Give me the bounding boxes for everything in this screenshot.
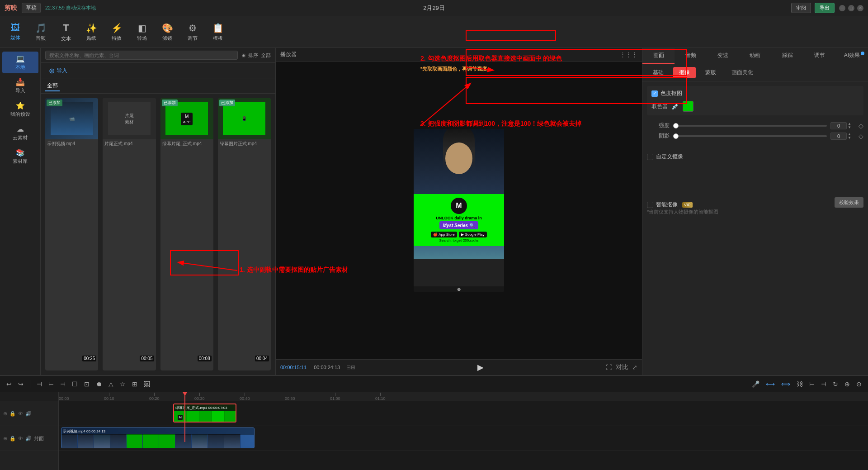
align-out-button[interactable]: ⊣ — [819, 380, 828, 389]
snap-button[interactable]: ⊕ — [843, 380, 852, 389]
split-button[interactable]: ⊣ — [35, 380, 44, 389]
cloud-label: 云素材 — [13, 134, 28, 141]
track-add-main[interactable]: ⊕ — [3, 435, 8, 442]
track-audio-sub[interactable]: 🔊 — [25, 410, 32, 417]
toolbar-adjust[interactable]: ⚙ 调节 — [181, 20, 204, 44]
zoom-button[interactable]: ⤢ — [632, 364, 637, 371]
subtab-basic[interactable]: 基础 — [647, 67, 670, 78]
shadow-keyframe[interactable]: ◇ — [859, 133, 863, 140]
strength-input[interactable]: 0 — [830, 122, 847, 129]
track-lock-sub[interactable]: 🔒 — [9, 410, 16, 417]
shadow-input[interactable]: 0 — [830, 133, 847, 140]
strength-slider-thumb[interactable] — [673, 123, 679, 128]
align-in-button[interactable]: ⊢ — [807, 380, 816, 389]
media-item-0[interactable]: 📹 已添加 00:25 示例视频.mp4 — [45, 98, 98, 370]
tab-grade[interactable]: 调节 — [803, 48, 835, 64]
preview-menu-button[interactable]: ⋮⋮⋮ — [620, 51, 637, 58]
toolbar-filter[interactable]: 🎨 滤镜 — [156, 20, 179, 44]
track-eye-main[interactable]: 👁 — [18, 435, 24, 442]
custom-matting-label[interactable]: 自定义抠像 — [647, 153, 683, 161]
subtab-mask[interactable]: 蒙版 — [699, 67, 722, 78]
eyedropper-button[interactable]: 💉 — [671, 103, 679, 110]
toolbar-text[interactable]: T 文本 — [54, 19, 78, 45]
color-swatch[interactable] — [683, 101, 693, 112]
mic-button[interactable]: 🎤 — [750, 380, 761, 389]
clip-main-0[interactable]: 示例视频.mp4 00:00:24:13 — [61, 427, 255, 448]
portrait-matting-label[interactable]: 智能抠像 VIP — [647, 201, 693, 209]
tab-stabilize[interactable]: 踩踪 — [771, 48, 803, 64]
chroma-key-header: ✓ 色度抠图 — [651, 90, 859, 97]
media-item-3[interactable]: 📱 已添加 00:04 绿幕图片正式.mp4 — [218, 98, 271, 370]
compare-button[interactable]: 对比 — [616, 363, 628, 371]
import-button[interactable]: ⊕ 导入 — [45, 65, 71, 77]
shadow-down[interactable]: ▼ — [848, 136, 851, 140]
mark-button[interactable]: △ — [107, 380, 115, 389]
play-button[interactable]: ▶ — [477, 362, 484, 372]
toolbar-effects[interactable]: ⚡ 特效 — [105, 20, 128, 44]
tab-all[interactable]: 全部 — [45, 81, 60, 91]
image-button[interactable]: 🖼 — [142, 380, 152, 389]
track-add-sub[interactable]: ⊕ — [3, 410, 8, 417]
fullscreen-button[interactable]: ⛶ — [606, 364, 612, 371]
track-lock-main[interactable]: 🔒 — [9, 435, 16, 442]
toolbar-sticker[interactable]: ✨ 贴纸 — [80, 20, 103, 44]
chroma-key-checkbox[interactable]: ✓ — [651, 90, 658, 97]
subtab-beauty[interactable]: 画面美化 — [726, 67, 759, 78]
all-filter-button[interactable]: 全部 — [261, 52, 271, 59]
toolbar-audio[interactable]: 🎵 音频 — [29, 20, 52, 44]
strength-down[interactable]: ▼ — [848, 126, 851, 129]
strength-keyframe[interactable]: ◇ — [859, 122, 863, 129]
search-input[interactable] — [45, 51, 238, 60]
crop-button[interactable]: ⊞ — [130, 380, 139, 389]
copy-button[interactable]: ⊡ — [82, 380, 91, 389]
delete-button[interactable]: ☐ — [70, 380, 80, 389]
strength-slider-track[interactable] — [673, 125, 827, 127]
end-button[interactable]: ⊙ — [854, 380, 863, 389]
maximize-button[interactable]: □ — [848, 5, 854, 11]
toolbar-transition[interactable]: ◧ 转场 — [130, 20, 154, 44]
shadow-slider-thumb[interactable] — [673, 133, 679, 139]
tab-animation[interactable]: 动画 — [739, 48, 771, 64]
star-button[interactable]: ☆ — [118, 380, 127, 389]
redo-button[interactable]: ↪ — [16, 380, 25, 389]
sidebar-item-local[interactable]: 💻 本地 — [2, 52, 38, 73]
grid-view-button[interactable]: ⊞ — [241, 52, 245, 58]
close-button[interactable]: ✕ — [857, 5, 863, 11]
chroma-key-checkbox-label[interactable]: ✓ 色度抠图 — [651, 90, 682, 97]
tab-picture[interactable]: 画面 — [642, 48, 675, 64]
tab-audio[interactable]: 音频 — [675, 48, 707, 64]
tab-ai[interactable]: AI效果 — [836, 48, 868, 64]
sidebar-item-import[interactable]: 📥 导入 — [2, 75, 38, 97]
sidebar-item-cloud[interactable]: ☁ 云素材 — [2, 122, 38, 144]
toolbar-template[interactable]: 📋 模板 — [206, 20, 230, 44]
trim-in-button[interactable]: ⊢ — [47, 380, 56, 389]
tab-speed[interactable]: 变速 — [707, 48, 739, 64]
undo-button[interactable]: ↩ — [5, 380, 14, 389]
portrait-matting-checkbox[interactable] — [647, 202, 653, 208]
trim-out-button[interactable]: ⊣ — [58, 380, 67, 389]
timeline-playhead — [184, 392, 185, 442]
sort-button[interactable]: 排序 — [248, 52, 258, 59]
sidebar-item-library[interactable]: 📚 素材库 — [2, 146, 38, 167]
media-item-1[interactable]: 片尾素材 00:05 片尾正式.mp4 — [103, 98, 156, 370]
link-audio-button[interactable]: ⟷ — [764, 380, 777, 389]
loop-button[interactable]: ↻ — [831, 380, 840, 389]
track-audio-main[interactable]: 🔊 — [25, 435, 32, 442]
link-video-button[interactable]: ⟺ — [779, 380, 792, 389]
media-item-2[interactable]: MAPP 已添加 00:08 绿幕片尾_正式.mp4 — [160, 98, 213, 370]
right-panel-tabs: 画面 音频 变速 动画 踩踪 调节 AI效果 — [642, 48, 868, 64]
toolbar-media[interactable]: 🖼 媒体 — [4, 20, 27, 44]
subtab-keying[interactable]: 抠像 — [673, 67, 696, 78]
custom-matting-checkbox[interactable] — [647, 154, 653, 160]
sidebar-item-preset[interactable]: ⭐ 我的预设 — [2, 99, 38, 120]
review-button[interactable]: 审阅 — [791, 3, 811, 13]
play-range-button[interactable]: ⏺ — [94, 380, 104, 389]
export-button[interactable]: 导出 — [815, 3, 835, 13]
chain-button[interactable]: ⛓ — [795, 380, 805, 389]
track-eye-sub[interactable]: 👁 — [18, 410, 24, 417]
clip-sub-0[interactable]: 绿幕片尾_正式.mp4 00:00:07:03 M — [173, 404, 236, 423]
minimize-button[interactable]: ─ — [839, 5, 845, 11]
shadow-slider-track[interactable] — [673, 135, 827, 137]
apply-effect-button[interactable]: 校验效果 — [835, 197, 863, 208]
mode-dropdown[interactable]: 草稿 — [22, 3, 41, 13]
